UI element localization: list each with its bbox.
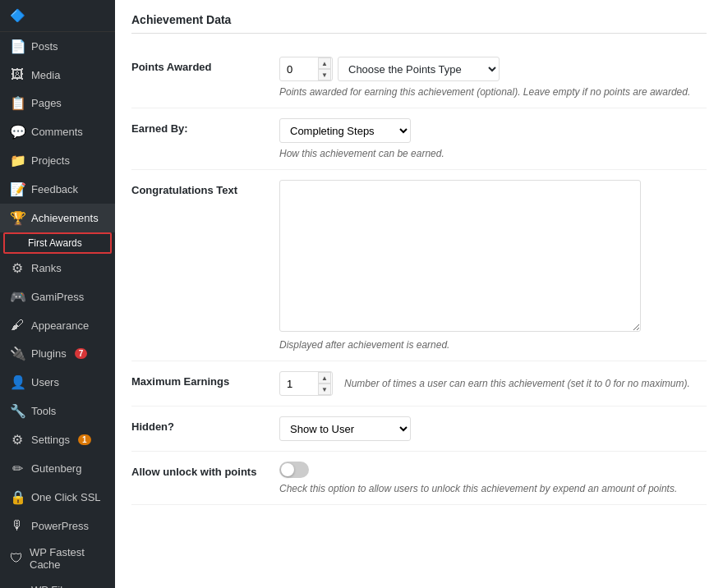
sidebar-label-posts: Posts xyxy=(31,40,58,53)
sidebar-item-tools[interactable]: 🔧 Tools xyxy=(0,397,115,425)
max-earnings-input-wrap: ▲ ▼ xyxy=(279,371,333,396)
sidebar-logo: 🔷 xyxy=(0,0,115,32)
appearance-icon: 🖌 xyxy=(10,318,25,333)
sidebar-item-settings[interactable]: ⚙ Settings 1 xyxy=(0,425,115,454)
max-earnings-row: Maximum Earnings ▲ ▼ Number of times a u… xyxy=(131,361,707,407)
points-type-select[interactable]: Choose the Points Type xyxy=(338,57,500,81)
sidebar-label-projects: Projects xyxy=(31,154,70,167)
sidebar-item-one-click-ssl[interactable]: 🔒 One Click SSL xyxy=(0,483,115,512)
tools-icon: 🔧 xyxy=(10,403,25,419)
sidebar-label-plugins: Plugins xyxy=(31,347,67,360)
comments-icon: 💬 xyxy=(10,124,25,140)
sidebar-item-appearance[interactable]: 🖌 Appearance xyxy=(0,311,115,339)
sidebar-item-gutenberg[interactable]: ✏ Gutenberg xyxy=(0,454,115,483)
earned-by-select[interactable]: Completing Steps Completing All Steps Po… xyxy=(279,118,411,143)
media-icon: 🖼 xyxy=(10,67,25,82)
projects-icon: 📁 xyxy=(10,153,25,168)
sidebar-label-users: Users xyxy=(31,376,59,388)
allow-unlock-toggle[interactable] xyxy=(279,462,309,478)
spin-buttons: ▲ ▼ xyxy=(318,57,331,80)
sidebar-item-powerpress[interactable]: 🎙 PowerPress xyxy=(0,512,115,540)
sidebar-label-achievements: Achievements xyxy=(31,212,99,224)
allow-unlock-row: Allow unlock with points Check this opti… xyxy=(131,452,707,505)
allow-unlock-desc: Check this option to allow users to unlo… xyxy=(279,483,707,494)
main-content: Achievement Data Points Awarded ▲ ▼ Choo… xyxy=(115,0,723,588)
sidebar-label-first-awards: First Awards xyxy=(28,237,82,249)
earned-by-desc: How this achievement can be earned. xyxy=(279,148,707,159)
sidebar-item-plugins[interactable]: 🔌 Plugins 7 xyxy=(0,339,115,368)
allow-unlock-content: Check this option to allow users to unlo… xyxy=(279,462,707,494)
sidebar-label-powerpress: PowerPress xyxy=(31,520,89,532)
pages-icon: 📋 xyxy=(10,95,25,111)
gutenberg-icon: ✏ xyxy=(10,461,25,476)
sidebar-label-pages: Pages xyxy=(31,97,62,109)
sidebar-label-ssl: One Click SSL xyxy=(31,491,101,503)
sidebar-item-comments[interactable]: 💬 Comments xyxy=(0,117,115,146)
hidden-content: Show to User Hidden from User xyxy=(279,416,707,441)
sidebar-label-media: Media xyxy=(31,69,60,81)
spin-down[interactable]: ▼ xyxy=(318,69,331,80)
sidebar-item-gamipress[interactable]: 🎮 GamiPress xyxy=(0,283,115,311)
sidebar-item-ranks[interactable]: ⚙ Ranks xyxy=(0,254,115,283)
congrats-label: Congratulations Text xyxy=(131,180,279,196)
earned-by-content: Completing Steps Completing All Steps Po… xyxy=(279,118,707,159)
sidebar-item-feedback[interactable]: 📝 Feedback xyxy=(0,175,115,204)
congrats-row: Congratulations Text Displayed after ach… xyxy=(131,170,707,361)
sidebar-label-cache: WP Fastest Cache xyxy=(30,546,105,571)
points-awarded-row: Points Awarded ▲ ▼ Choose the Points Typ… xyxy=(131,47,707,108)
max-spin-down[interactable]: ▼ xyxy=(318,384,331,395)
congrats-content: Displayed after achievement is earned. xyxy=(279,180,707,351)
sidebar-item-posts[interactable]: 📄 Posts xyxy=(0,32,115,61)
max-earnings-content: ▲ ▼ Number of times a user can earn this… xyxy=(279,371,707,396)
allow-unlock-label: Allow unlock with points xyxy=(131,462,279,478)
sidebar-label-comments: Comments xyxy=(31,126,83,138)
sidebar-label-file-manager: WP File Manager xyxy=(31,584,105,588)
sidebar: 🔷 📄 Posts 🖼 Media 📋 Pages 💬 Comments 📁 P… xyxy=(0,0,115,588)
powerpress-icon: 🎙 xyxy=(10,518,25,533)
sidebar-label-gutenberg: Gutenberg xyxy=(31,462,81,475)
posts-icon: 📄 xyxy=(10,39,25,54)
sidebar-label-gamipress: GamiPress xyxy=(31,291,84,303)
ranks-icon: ⚙ xyxy=(10,260,25,276)
plugins-icon: 🔌 xyxy=(10,346,25,361)
cache-icon: 🛡 xyxy=(10,551,23,566)
congrats-desc: Displayed after achievement is earned. xyxy=(279,339,707,351)
achievements-icon: 🏆 xyxy=(10,210,25,226)
section-title: Achievement Data xyxy=(131,13,707,34)
sidebar-item-wp-fastest-cache[interactable]: 🛡 WP Fastest Cache xyxy=(0,540,115,577)
settings-badge: 1 xyxy=(78,434,91,445)
sidebar-item-achievements[interactable]: 🏆 Achievements xyxy=(0,204,115,232)
sidebar-item-media[interactable]: 🖼 Media xyxy=(0,61,115,89)
hidden-select[interactable]: Show to User Hidden from User xyxy=(279,416,411,441)
points-awarded-label: Points Awarded xyxy=(131,57,279,73)
hidden-row: Hidden? Show to User Hidden from User xyxy=(131,407,707,452)
sidebar-item-pages[interactable]: 📋 Pages xyxy=(0,89,115,117)
congrats-textarea[interactable] xyxy=(279,180,641,332)
toggle-wrap xyxy=(279,462,707,478)
sidebar-item-wp-file-manager[interactable]: 📂 WP File Manager xyxy=(0,577,115,588)
max-spin-buttons: ▲ ▼ xyxy=(318,372,331,395)
sidebar-item-projects[interactable]: 📁 Projects xyxy=(0,146,115,175)
sidebar-subitem-first-awards[interactable]: First Awards xyxy=(3,232,112,254)
sidebar-item-users[interactable]: 👤 Users xyxy=(0,368,115,397)
plugins-badge: 7 xyxy=(75,348,88,359)
gamipress-icon: 🎮 xyxy=(10,289,25,305)
points-awarded-desc: Points awarded for earning this achievem… xyxy=(279,86,707,98)
max-earnings-desc: Number of times a user can earn this ach… xyxy=(344,378,690,389)
users-icon: 👤 xyxy=(10,374,25,390)
spin-up[interactable]: ▲ xyxy=(318,57,331,69)
earned-by-label: Earned By: xyxy=(131,118,279,135)
max-spin-up[interactable]: ▲ xyxy=(318,372,331,384)
earned-by-row: Earned By: Completing Steps Completing A… xyxy=(131,108,707,170)
settings-icon: ⚙ xyxy=(10,432,25,448)
sidebar-label-appearance: Appearance xyxy=(31,319,89,332)
ssl-icon: 🔒 xyxy=(10,489,25,505)
sidebar-label-settings: Settings xyxy=(31,434,70,446)
points-awarded-content: ▲ ▼ Choose the Points Type Points awarde… xyxy=(279,57,707,98)
feedback-icon: 📝 xyxy=(10,181,25,197)
sidebar-label-ranks: Ranks xyxy=(31,262,62,274)
toggle-knob xyxy=(281,463,294,476)
points-input-wrap: ▲ ▼ xyxy=(279,57,333,81)
sidebar-label-tools: Tools xyxy=(31,405,56,417)
sidebar-label-feedback: Feedback xyxy=(31,183,78,195)
